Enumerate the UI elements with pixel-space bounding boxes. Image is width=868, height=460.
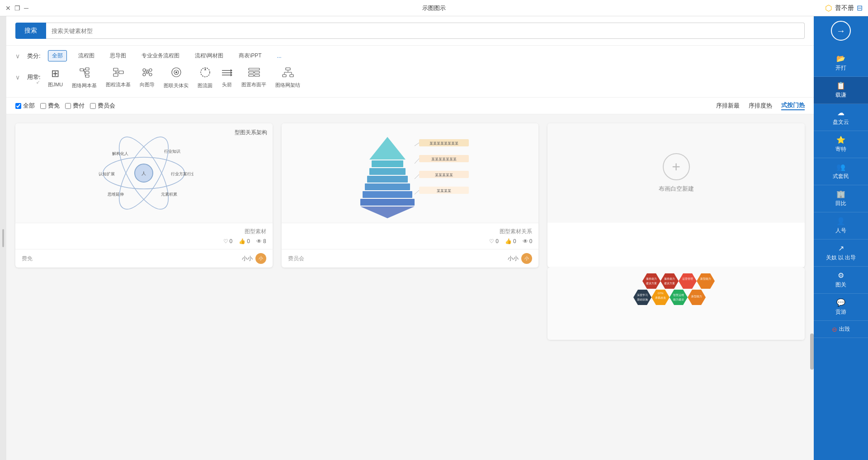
- search-button[interactable]: 搜索: [15, 23, 46, 39]
- category-expand-icon[interactable]: ∨: [15, 52, 20, 60]
- category-row: ∨ 类分: 全部 流程图 思导图 专业业务流程图 流程\网材图 商表\PPT .…: [15, 50, 805, 61]
- thumb-icon: 👍: [239, 238, 245, 244]
- community-icon: 👥: [836, 163, 845, 171]
- checkbox-member[interactable]: 费付: [65, 102, 85, 110]
- svg-marker-24: [204, 68, 206, 70]
- card-2-likes-count: 0: [495, 238, 499, 244]
- minimize-icon[interactable]: ─: [24, 5, 28, 12]
- svg-marker-84: [633, 290, 651, 305]
- settings-icon: ⚙: [838, 271, 844, 280]
- window-controls[interactable]: ✕ ❐ ─: [5, 5, 28, 12]
- atom-diagram: 人 解构化人 行业知识 行业方案行业知识 元素积累 思维延伸 认知扩展: [94, 132, 193, 214]
- window-title: 示图图示: [422, 4, 446, 12]
- sidebar-item-feedback[interactable]: 💬 贡游: [814, 294, 868, 321]
- sidebar-item-recent[interactable]: ⭐ 寄特: [814, 131, 868, 158]
- svg-marker-30: [231, 74, 232, 76]
- diagram-type-circular[interactable]: 图流圆: [198, 67, 212, 89]
- scrollbar-thumb[interactable]: [810, 333, 814, 370]
- checkbox-all[interactable]: 全部: [15, 102, 35, 110]
- resize-handle[interactable]: [2, 229, 4, 247]
- svg-text:行业知识: 行业知识: [164, 149, 180, 154]
- svg-text:某某某某某某某: 某某某某某某某: [431, 157, 457, 161]
- svg-rect-55: [372, 160, 403, 167]
- diagram-type-basic-flow[interactable]: 图程流本基: [106, 68, 131, 88]
- svg-point-12: [143, 69, 146, 71]
- card-4[interactable]: 服务能力 建设方案 服务能力 建设方案 运营管理 新型能力 深度学习: [547, 268, 805, 340]
- svg-rect-60: [360, 199, 415, 206]
- sidebar-item-community[interactable]: 👥 式套民: [814, 158, 868, 185]
- diagram-type-erd[interactable]: 图联关体实: [164, 67, 189, 89]
- sidebar-item-templates[interactable]: 📋 载谦: [814, 77, 868, 104]
- card-new[interactable]: + 布画白空新建: [547, 123, 805, 268]
- card-2[interactable]: 某某某某某某某某 某某某某某某某 某某某某某 某某某某: [282, 123, 539, 268]
- svg-rect-7: [113, 68, 118, 71]
- new-diagram-label: 布画白空新建: [659, 185, 694, 193]
- close-icon[interactable]: ✕: [5, 5, 11, 12]
- sidebar-item-share[interactable]: ↗ 关奴 以 出导: [814, 239, 868, 267]
- diagram-type-arrow[interactable]: 头箭: [222, 68, 232, 88]
- logo-text: 普不册: [835, 4, 854, 12]
- network-icon: [282, 67, 294, 80]
- diagram-type-network[interactable]: 图络网架结: [275, 67, 300, 89]
- sidebar-item-settings[interactable]: ⚙ 图关: [814, 267, 868, 294]
- diagram-type-flat[interactable]: 图置布面平: [241, 68, 266, 88]
- expand-area[interactable]: ↗ ↙: [36, 75, 40, 84]
- card-1-views-count: 8: [263, 238, 266, 244]
- diagram-type-basic-net[interactable]: 图络网本基: [72, 67, 97, 89]
- sidebar-cloud-label: 盘文云: [833, 118, 849, 126]
- svg-marker-82: [697, 273, 715, 289]
- svg-rect-0: [80, 69, 84, 71]
- sidebar-exit-label: 出毁: [839, 325, 850, 333]
- recent-icon: ⭐: [836, 136, 845, 144]
- svg-rect-31: [249, 68, 259, 70]
- svg-text:行业方案行业知识: 行业方案行业知识: [171, 172, 193, 176]
- dir-label: 向图导: [140, 81, 155, 88]
- sidebar-item-team[interactable]: 🏢 田比: [814, 185, 868, 212]
- filter-tag-dir[interactable]: 思导图: [106, 50, 130, 61]
- new-diagram-plus[interactable]: +: [663, 153, 690, 180]
- filter-tag-flow[interactable]: 流程图: [74, 50, 99, 61]
- sort-newest[interactable]: 序排新最: [716, 102, 740, 110]
- sort-recommend[interactable]: 式按门热: [781, 101, 805, 110]
- filter-tag-network[interactable]: 流程\网材图: [191, 50, 227, 61]
- sidebar-item-cloud[interactable]: ☁ 盘文云: [814, 104, 868, 131]
- sidebar-item-open[interactable]: 📂 开打: [814, 50, 868, 77]
- cards-grid: 人 解构化人 行业知识 行业方案行业知识 元素积累 思维延伸 认知扩展 型图关系…: [15, 123, 805, 340]
- network-label: 图络网架结: [275, 82, 300, 89]
- filter-tag-more[interactable]: ...: [273, 51, 286, 61]
- restore-icon[interactable]: ❐: [14, 5, 20, 12]
- checkbox-vip[interactable]: 费员会: [90, 102, 115, 110]
- checkbox-all-input[interactable]: [15, 103, 21, 109]
- svg-rect-37: [283, 75, 286, 77]
- toolbar-left: 全部 费免 费付 费员会: [15, 102, 115, 110]
- card-2-views-count: 0: [529, 238, 533, 244]
- diagram-type-uml[interactable]: ⊞ 图JMU: [48, 68, 63, 88]
- hexagon-diagram: 服务能力 建设方案 服务能力 建设方案 运营管理 新型能力 深度学习: [631, 269, 722, 339]
- logo-action-icon[interactable]: ⊟: [857, 4, 863, 12]
- svg-text:服务能力: 服务能力: [646, 277, 657, 280]
- svg-text:某某某某某: 某某某某某: [435, 173, 453, 177]
- sidebar-team-label: 田比: [835, 200, 846, 207]
- sidebar-item-exit[interactable]: ⊖ 出毁: [814, 321, 868, 338]
- usage-expand-icon[interactable]: ∨: [15, 74, 20, 81]
- card-1[interactable]: 人 解构化人 行业知识 行业方案行业知识 元素积累 思维延伸 认知扩展 型图关系…: [15, 123, 273, 268]
- svg-point-13: [149, 69, 152, 71]
- search-input[interactable]: [46, 23, 805, 39]
- checkbox-vip-input[interactable]: [90, 103, 96, 109]
- svg-line-72: [415, 174, 419, 179]
- sidebar-forward-button[interactable]: →: [831, 21, 851, 41]
- filter-tag-all[interactable]: 全部: [48, 50, 67, 61]
- checkbox-free[interactable]: 费免: [40, 102, 60, 110]
- filter-tag-enterprise[interactable]: 专业业务流程图: [137, 50, 184, 61]
- diamond-diagram: 某某某某某某某某 某某某某某某某 某某某某某 某某某某: [347, 128, 473, 218]
- diagram-type-dir[interactable]: 向图导: [140, 68, 155, 88]
- sort-popular[interactable]: 序排度热: [749, 102, 772, 110]
- checkbox-member-input[interactable]: [65, 103, 71, 109]
- sidebar-item-personal[interactable]: 👤 人号: [814, 212, 868, 239]
- right-sidebar: → 📂 开打 📋 载谦 ☁ 盘文云 ⭐ 寄特 👥 式套民 🏢 田比 👤 人号: [814, 16, 868, 460]
- card-2-user: 小小 小: [508, 253, 532, 264]
- personal-icon: 👤: [836, 217, 845, 225]
- checkbox-free-input[interactable]: [40, 103, 46, 109]
- exit-minus-icon: ⊖: [832, 326, 837, 333]
- filter-tag-biz[interactable]: 商表\PPT: [235, 50, 266, 61]
